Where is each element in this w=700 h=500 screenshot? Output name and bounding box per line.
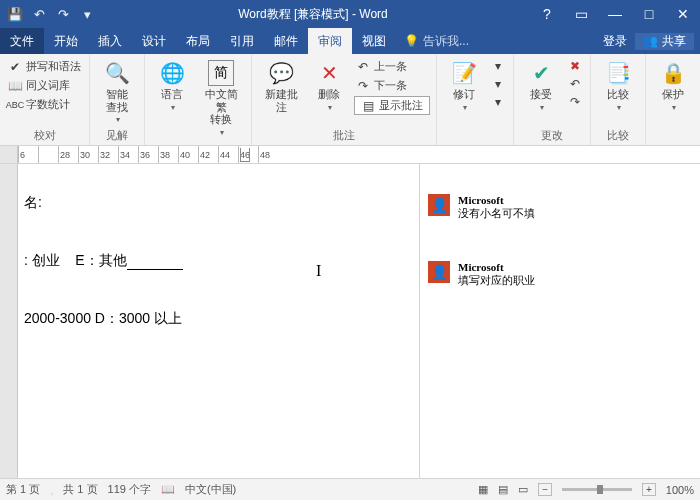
chinese-convert-button[interactable]: 简 中文简繁 转换 [197,58,245,139]
show-comments-button[interactable]: ▤显示批注 [354,96,430,115]
margin-marker[interactable] [240,148,250,162]
tracking-opt[interactable]: ▾ [489,58,507,74]
zoom-out-button[interactable]: − [538,483,552,496]
redo-icon[interactable]: ↷ [54,5,72,23]
horizontal-ruler[interactable]: 62830323436384042444648 [0,146,700,164]
zoom-slider[interactable] [562,488,632,491]
prev-change-button[interactable]: ↶ [566,76,584,92]
new-comment-button[interactable]: 💬 新建批注 [258,58,304,115]
group-insights: 🔍 智能 查找 见解 [90,54,145,145]
tab-references[interactable]: 引用 [220,28,264,54]
lock-icon: 🔒 [660,60,686,86]
ribbon-options-icon[interactable]: ▭ [564,0,598,28]
title-bar: 💾 ↶ ↷ ▾ Word教程 [兼容模式] - Word ? ▭ — □ ✕ [0,0,700,28]
tracking-opt[interactable]: ▾ [489,76,507,92]
document-page[interactable]: 名: I : 创业 E：其他 2000-3000 D：3000 以上 [18,164,420,484]
comment-item[interactable]: 👤Microsoft填写对应的职业 [428,261,692,288]
tab-layout[interactable]: 布局 [176,28,220,54]
tab-home[interactable]: 开始 [44,28,88,54]
protect-button[interactable]: 🔒 保护 [652,58,694,114]
prev-comment-button[interactable]: ↶上一条 [354,58,430,75]
accept-button[interactable]: ✔ 接受 [520,58,562,114]
language-button[interactable]: 🌐 语言 [151,58,193,114]
track-changes-button[interactable]: 📝 修订 [443,58,485,114]
help-icon[interactable]: ? [530,0,564,28]
group-comments: 💬 新建批注 ✕ 删除 ↶上一条 ↷下一条 ▤显示批注 批注 [252,54,437,145]
close-icon[interactable]: ✕ [666,0,700,28]
status-proof-icon[interactable]: 📖 [161,483,175,496]
tab-insert[interactable]: 插入 [88,28,132,54]
tab-design[interactable]: 设计 [132,28,176,54]
group-label: 见解 [96,126,138,143]
group-label [443,141,507,143]
prev-icon: ↶ [356,60,370,74]
thesaurus-icon: 📖 [8,79,22,93]
group-label: 校对 [6,126,83,143]
lookup-icon: 🔍 [104,60,130,86]
tab-review[interactable]: 审阅 [308,28,352,54]
track-icon: 📝 [451,60,477,86]
avatar: 👤 [428,261,450,283]
tab-view[interactable]: 视图 [352,28,396,54]
dropdown-icon: ▾ [491,77,505,91]
undo-icon[interactable]: ↶ [30,5,48,23]
smart-lookup-button[interactable]: 🔍 智能 查找 [96,58,138,126]
group-label: 比较 [597,126,639,143]
spelling-icon: ✔ [8,60,22,74]
delete-icon: ✕ [316,60,342,86]
comment-author: Microsoft [458,194,535,206]
ribbon: ✔拼写和语法 📖同义词库 ABC字数统计 校对 🔍 智能 查找 见解 🌐 语言 … [0,54,700,146]
comment-item[interactable]: 👤Microsoft没有小名可不填 [428,194,692,221]
group-label [652,141,694,143]
spelling-button[interactable]: ✔拼写和语法 [6,58,83,75]
tracking-opt[interactable]: ▾ [489,94,507,110]
signin-link[interactable]: 登录 [603,33,627,50]
wordcount-icon: ABC [8,98,22,112]
tell-me[interactable]: 💡告诉我... [396,28,477,54]
share-button[interactable]: 👥共享 [635,33,694,50]
delete-comment-button[interactable]: ✕ 删除 [308,58,350,114]
group-language: 🌐 语言 简 中文简繁 转换 [145,54,252,145]
qat-more-icon[interactable]: ▾ [78,5,96,23]
status-page[interactable]: 第 1 页 [6,482,40,497]
tab-file[interactable]: 文件 [0,28,44,54]
doc-line: : 创业 E：其他 [24,252,405,270]
text-cursor: I [316,262,321,280]
zoom-level[interactable]: 100% [666,484,694,496]
wordcount-button[interactable]: ABC字数统计 [6,96,83,113]
vertical-ruler[interactable] [0,164,18,484]
status-pages: 共 1 页 [63,482,97,497]
group-proofing: ✔拼写和语法 📖同义词库 ABC字数统计 校对 [0,54,90,145]
view-web-icon[interactable]: ▭ [518,483,528,496]
new-comment-icon: 💬 [268,60,294,86]
next-comment-button[interactable]: ↷下一条 [354,77,430,94]
reject-icon: ✖ [568,59,582,73]
dropdown-icon: ▾ [491,59,505,73]
group-tracking: 📝 修订 ▾ ▾ ▾ [437,54,514,145]
reject-button[interactable]: ✖ [566,58,584,74]
tab-mailings[interactable]: 邮件 [264,28,308,54]
status-words[interactable]: 119 个字 [108,482,151,497]
group-compare: 📑 比较 比较 [591,54,646,145]
minimize-icon[interactable]: — [598,0,632,28]
quick-access-toolbar: 💾 ↶ ↷ ▾ [0,5,96,23]
view-read-icon[interactable]: ▦ [478,483,488,496]
next-change-button[interactable]: ↷ [566,94,584,110]
view-print-icon[interactable]: ▤ [498,483,508,496]
convert-icon: 简 [208,60,234,86]
status-bar: 第 1 页, 共 1 页 119 个字 📖 中文(中国) ▦ ▤ ▭ − + 1… [0,478,700,500]
next-icon: ↷ [568,95,582,109]
compare-button[interactable]: 📑 比较 [597,58,639,114]
doc-line: 名: [24,194,405,212]
comment-author: Microsoft [458,261,535,273]
thesaurus-button[interactable]: 📖同义词库 [6,77,83,94]
group-protect: 🔒 保护 [646,54,700,145]
zoom-in-button[interactable]: + [642,483,656,496]
maximize-icon[interactable]: □ [632,0,666,28]
fill-blank[interactable] [127,256,183,270]
save-icon[interactable]: 💾 [6,5,24,23]
group-label: 更改 [520,126,584,143]
comments-pane: 👤Microsoft没有小名可不填👤Microsoft填写对应的职业 [420,164,700,484]
group-changes: ✔ 接受 ✖ ↶ ↷ 更改 [514,54,591,145]
status-lang[interactable]: 中文(中国) [185,482,236,497]
